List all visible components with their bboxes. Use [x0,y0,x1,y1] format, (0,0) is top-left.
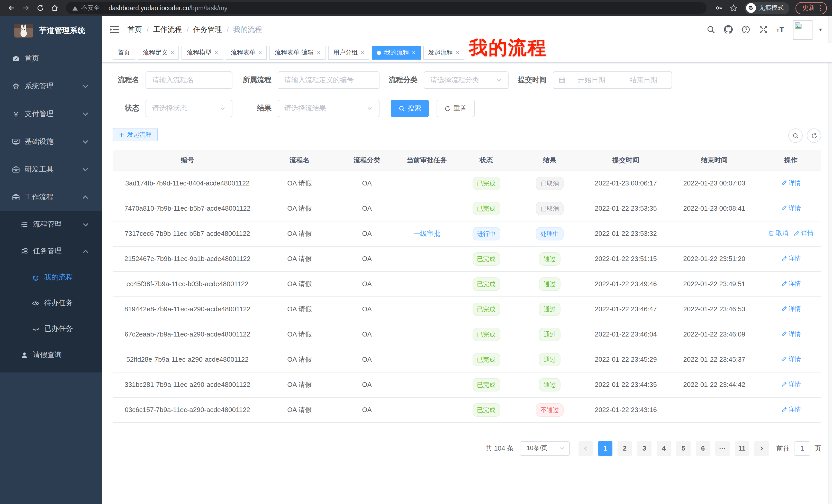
detail-link[interactable]: 详情 [781,355,801,364]
next-page-button[interactable] [754,441,769,455]
sidebar-item-我的流程[interactable]: 我的流程 [0,264,102,290]
sidebar-item-首页[interactable]: 首页 [0,45,102,73]
detail-link[interactable]: 详情 [781,179,801,188]
tab-流程表单[interactable]: 流程表单× [226,46,267,60]
sidebar-item-任务管理[interactable]: 任务管理 [0,238,102,264]
content: 流程名 请输入流程名 所属流程 请输入流程定义的编号 流程分类 请选择流程分类 … [102,63,832,504]
create-process-button[interactable]: 发起流程 [113,128,158,141]
result-filter-select[interactable]: 请选择流结果 [278,100,380,117]
close-icon[interactable]: × [171,50,174,55]
password-manager-button[interactable] [713,2,725,14]
process-filter-input[interactable]: 请输入流程定义的编号 [278,72,380,89]
search-icon[interactable] [706,25,715,34]
name-filter-input[interactable]: 请输入流程名 [146,72,232,89]
security-chip[interactable]: 不安全 [72,4,100,12]
page-button-1[interactable]: 1 [598,441,613,455]
show-search-button[interactable] [788,129,803,143]
kebab-menu-icon[interactable] [820,4,822,11]
address-bar[interactable]: 不安全 dashboard.yudao.iocoder.cn/bpm/task/… [66,2,706,14]
forward-button[interactable] [20,2,32,14]
tab-用户分组[interactable]: 用户分组× [328,46,369,60]
reload-button[interactable] [34,2,46,14]
cancel-link[interactable]: 取消 [768,229,788,238]
page-button-4[interactable]: 4 [657,441,671,455]
category-cell: OA [337,246,397,271]
github-icon[interactable] [724,25,733,34]
bookmark-button[interactable] [727,2,739,14]
status-badge: 已完成 [472,302,500,316]
font-size-icon[interactable]: TT [777,26,784,33]
page-button-3[interactable]: 3 [637,441,651,455]
submit-time-cell: 2022-01-22 23:46:47 [583,297,668,321]
search-button[interactable]: 搜索 [391,100,429,117]
breadcrumb-item[interactable]: 首页 [128,25,142,34]
tab-我的流程[interactable]: 我的流程× [372,46,420,60]
result-badge: 不通过 [536,403,564,416]
process-filter-placeholder: 请输入流程定义的编号 [284,76,354,85]
logo-row[interactable]: 芋道管理系统 [0,16,102,45]
detail-link[interactable]: 详情 [794,229,813,238]
fullscreen-icon[interactable] [759,25,768,34]
tab-流程定义[interactable]: 流程定义× [138,46,179,60]
home-button[interactable] [48,2,61,14]
detail-link[interactable]: 详情 [781,254,801,263]
detail-link-label: 详情 [801,229,813,238]
close-icon[interactable]: × [317,50,320,55]
back-button[interactable] [5,2,18,14]
end-time-cell [668,221,760,246]
prev-page-button[interactable] [578,441,593,455]
sidebar-item-待办任务[interactable]: 待办任务 [0,290,102,316]
page-button-6[interactable]: 6 [696,441,710,455]
close-icon[interactable]: × [259,50,262,55]
page-size-select[interactable]: 10条/页 [520,441,570,455]
detail-link[interactable]: 详情 [781,405,801,414]
status-filter-select[interactable]: 请选择状态 [146,100,232,117]
breadcrumb-item[interactable]: 任务管理 [193,25,222,34]
breadcrumb-item[interactable]: 工作流程 [153,25,182,34]
tab-发起流程[interactable]: 发起流程× [423,46,464,60]
tab-首页[interactable]: 首页 [113,46,135,60]
sidebar-item-已办任务[interactable]: 已办任务 [0,316,102,342]
incognito-icon [746,3,756,13]
page-button-2[interactable]: 2 [618,441,632,455]
sidebar-item-流程管理[interactable]: 流程管理 [0,211,102,238]
result-cell: 已取消 [516,196,583,221]
avatar[interactable] [793,20,812,39]
detail-link[interactable]: 详情 [781,305,801,313]
close-icon[interactable]: × [412,50,415,55]
result-badge: 处理中 [536,227,564,240]
sidebar-item-基础设施[interactable]: 基础设施 [0,128,102,156]
sidebar-item-支付管理[interactable]: ¥支付管理 [0,100,102,128]
category-filter-select[interactable]: 请选择流程分类 [424,72,509,89]
detail-link[interactable]: 详情 [781,279,801,288]
process-name-cell: OA 请假 [262,246,337,271]
close-icon[interactable]: × [456,50,459,55]
sidebar-item-研发工具[interactable]: 研发工具 [0,156,102,184]
sidebar-item-请假查询[interactable]: 请假查询 [0,342,102,368]
help-icon[interactable] [742,25,750,34]
scrollbar[interactable] [828,16,832,504]
detail-link[interactable]: 详情 [781,204,801,213]
page-button-11[interactable]: 11 [735,441,749,455]
tab-流程表单-编辑[interactable]: 流程表单-编辑× [270,46,326,60]
submit-time-range-picker[interactable]: 开始日期 - 结束日期 [553,72,672,89]
page-more-button[interactable]: ··· [715,441,730,455]
refresh-table-button[interactable] [807,129,821,143]
avatar-caret-icon[interactable]: ▼ [818,27,823,32]
detail-link[interactable]: 详情 [781,330,801,339]
close-icon[interactable]: × [361,50,364,55]
tab-流程模型[interactable]: 流程模型× [182,46,223,60]
end-date-placeholder: 结束日期 [621,76,667,85]
sidebar-item-label: 基础设施 [25,137,53,146]
reset-button[interactable]: 重置 [437,100,475,117]
detail-link[interactable]: 详情 [781,380,801,389]
sidebar-item-工作流程[interactable]: 工作流程 [0,184,102,211]
update-button[interactable]: 更新 [796,2,827,14]
current-task-link[interactable]: 一级审批 [413,229,440,237]
collapse-sidebar-icon[interactable] [109,25,119,34]
close-icon[interactable]: × [215,50,218,55]
goto-page-input[interactable]: 1 [794,441,810,455]
page-button-5[interactable]: 5 [676,441,691,455]
chevdown-icon [81,110,89,118]
sidebar-item-系统管理[interactable]: ⚙系统管理 [0,73,102,100]
